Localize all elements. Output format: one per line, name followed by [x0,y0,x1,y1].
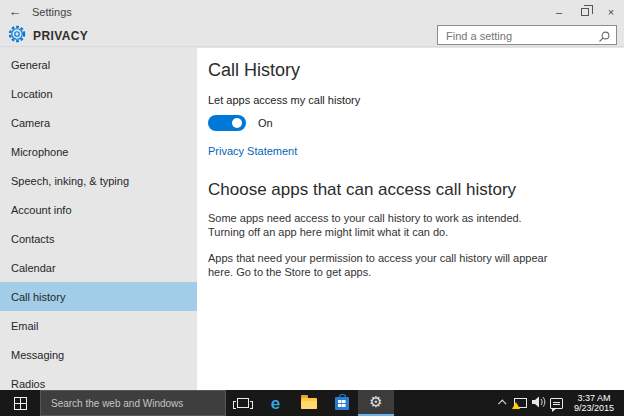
sidebar-item-camera[interactable]: Camera [0,108,197,137]
store-icon [335,397,349,410]
titlebar: ← Settings – × [0,0,624,23]
toggle-knob-icon [232,118,242,128]
toggle-row: On [208,115,624,131]
toggle-label: Let apps access my call history [208,94,624,106]
clock[interactable]: 3:37 AM 9/23/2015 [566,393,620,413]
start-button[interactable] [0,390,40,416]
minimize-icon: – [556,6,562,18]
app-body: General Location Camera Microphone Speec… [0,48,624,390]
task-view-icon [237,398,249,408]
back-arrow-icon: ← [9,4,22,19]
privacy-statement-link[interactable]: Privacy Statement [208,145,297,157]
sidebar-item-general[interactable]: General [0,50,197,79]
sidebar-item-radios[interactable]: Radios [0,369,197,390]
windows-logo-icon [14,397,27,410]
close-button[interactable]: × [598,0,624,23]
section-title-choose-apps: Choose apps that can access call history [208,180,624,200]
network-icon [514,398,527,408]
app-header: PRIVACY [0,23,624,47]
content-pane: Call History Let apps access my call his… [197,48,624,390]
clock-date: 9/23/2015 [574,403,614,413]
description-paragraph-1: Some apps need access to your call histo… [208,212,548,239]
taskbar-searchbox[interactable] [40,390,226,416]
clock-time: 3:37 AM [574,393,614,403]
settings-app-button[interactable]: ⚙ [358,390,394,416]
search-icon[interactable] [598,29,611,47]
warning-icon [512,402,520,409]
sidebar-item-calendar[interactable]: Calendar [0,253,197,282]
window-title: Settings [32,6,72,18]
sidebar-item-contacts[interactable]: Contacts [0,224,197,253]
action-center-button[interactable] [548,390,566,416]
taskbar-search-input[interactable] [41,398,225,409]
window-controls: – × [546,0,624,23]
taskbar: e ⚙ 3:37 AM 9/23/2015 [0,390,624,416]
file-explorer-button[interactable] [292,390,325,416]
volume-tray-button[interactable] [530,390,548,416]
page-title: PRIVACY [33,29,88,43]
back-button[interactable]: ← [0,4,30,19]
sidebar-item-messaging[interactable]: Messaging [0,340,197,369]
store-button[interactable] [325,390,358,416]
system-tray: 3:37 AM 9/23/2015 [494,390,624,416]
folder-icon [301,398,317,409]
sidebar-item-account-info[interactable]: Account info [0,195,197,224]
call-history-toggle[interactable] [208,115,246,131]
network-tray-button[interactable] [512,390,530,416]
restore-icon [581,8,589,16]
find-setting-searchbox[interactable] [437,25,617,45]
tray-expand-button[interactable] [494,390,512,416]
close-icon: × [608,6,614,18]
minimize-button[interactable]: – [546,0,572,23]
toggle-state-label: On [258,117,273,129]
search-input[interactable] [438,27,616,45]
description-paragraph-2: Apps that need your permission to access… [208,252,548,279]
sidebar-item-speech[interactable]: Speech, inking, & typing [0,166,197,195]
chevron-up-icon [498,399,506,407]
privacy-gear-icon [8,25,26,47]
sidebar: General Location Camera Microphone Speec… [0,48,197,390]
action-center-icon [550,398,563,409]
sidebar-item-email[interactable]: Email [0,311,197,340]
settings-window: ← Settings – × PRIVACY [0,0,624,416]
sidebar-item-microphone[interactable]: Microphone [0,137,197,166]
edge-button[interactable]: e [259,390,292,416]
sidebar-item-call-history[interactable]: Call history [0,282,197,311]
task-view-button[interactable] [226,390,259,416]
speaker-icon [532,394,546,412]
sidebar-item-location[interactable]: Location [0,79,197,108]
section-title-call-history: Call History [208,60,624,81]
restore-button[interactable] [572,0,598,23]
edge-icon: e [271,395,280,412]
gear-icon: ⚙ [369,395,382,410]
